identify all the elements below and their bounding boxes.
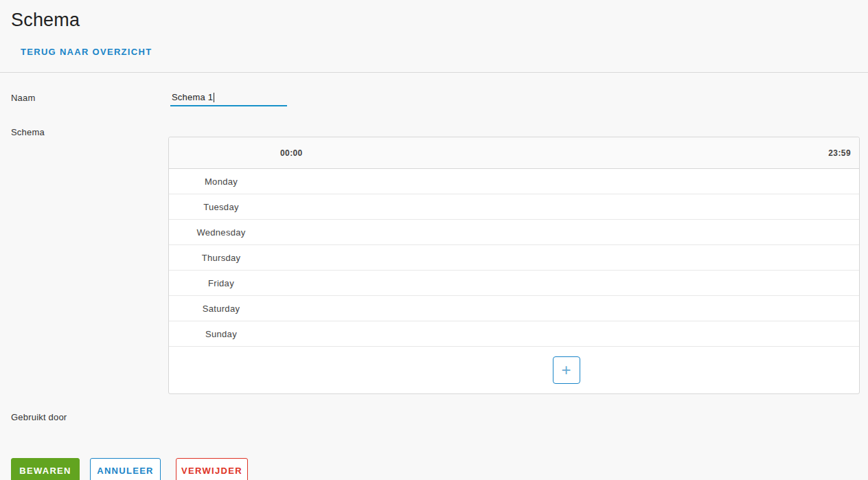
plus-icon: + (561, 361, 571, 379)
schedule-day-row[interactable]: Sunday (169, 321, 859, 347)
schedule-day-row[interactable]: Saturday (169, 296, 859, 321)
cancel-button[interactable]: ANNULEER (90, 458, 161, 480)
schedule-day-row[interactable]: Friday (169, 271, 859, 296)
schedule-panel: 00:00 23:59 Monday Tuesday Wednesday Thu… (168, 137, 860, 394)
name-input-value: Schema 1 (172, 92, 213, 102)
used-by-label: Gebruikt door (0, 412, 868, 423)
day-label: Thursday (169, 253, 273, 263)
day-label: Wednesday (169, 227, 273, 238)
day-label: Sunday (169, 329, 273, 339)
schedule-day-rows: Monday Tuesday Wednesday Thursday Friday… (169, 169, 859, 347)
page-title: Schema (11, 8, 857, 32)
schedule-day-row[interactable]: Tuesday (169, 194, 859, 220)
footer-center: + (273, 356, 859, 384)
schema-detail-page: Schema TERUG NAAR OVERZICHT Naam Schema … (0, 0, 868, 480)
name-input[interactable]: Schema 1 (170, 91, 287, 106)
schedule-form-row: Schema 00:00 23:59 Monday Tuesday Wednes… (0, 127, 868, 394)
action-buttons: BEWAREN ANNULEER VERWIJDER (0, 458, 868, 480)
schedule-header: 00:00 23:59 (169, 137, 859, 169)
day-label: Friday (169, 278, 273, 288)
schedule-day-row[interactable]: Monday (169, 169, 859, 194)
day-label: Monday (169, 176, 273, 187)
schedule-footer: + (169, 347, 859, 393)
schedule-day-row[interactable]: Wednesday (169, 220, 859, 245)
timeline-start-label: 00:00 (273, 148, 303, 158)
name-form-row: Naam Schema 1 (0, 91, 868, 106)
add-schedule-period-button[interactable]: + (553, 356, 580, 384)
header-divider (0, 72, 868, 73)
save-button[interactable]: BEWAREN (11, 458, 80, 480)
day-label: Tuesday (169, 202, 273, 212)
delete-button[interactable]: VERWIJDER (176, 458, 248, 480)
schema-label: Schema (0, 127, 168, 138)
back-to-overview-link[interactable]: TERUG NAAR OVERZICHT (21, 47, 152, 57)
page-header: Schema TERUG NAAR OVERZICHT (0, 0, 868, 58)
schedule-day-row[interactable]: Thursday (169, 245, 859, 271)
name-label: Naam (0, 91, 168, 104)
text-cursor (214, 93, 214, 102)
timeline-end-label: 23:59 (828, 148, 859, 158)
day-label: Saturday (169, 304, 273, 314)
